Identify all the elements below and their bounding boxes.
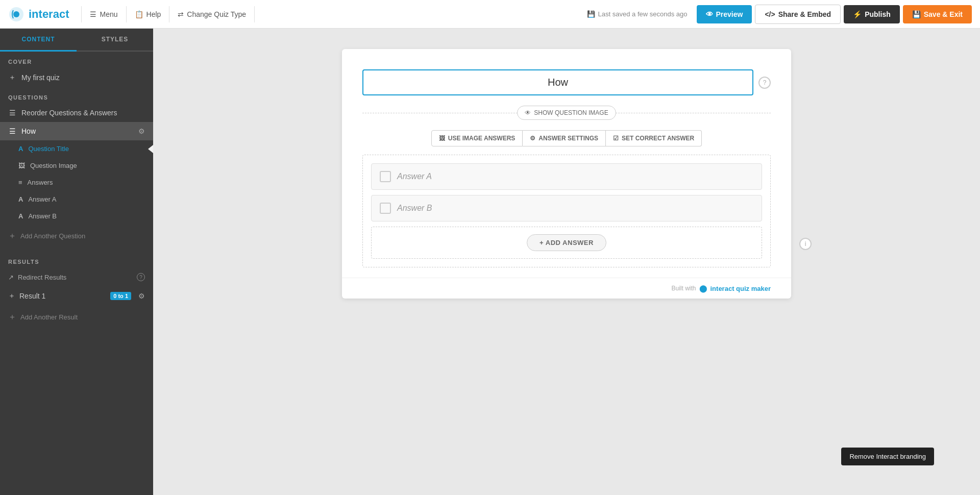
answer-b-checkbox[interactable] [380,203,391,214]
answer-b-row[interactable]: Answer B [371,195,762,221]
result-plus-icon: ＋ [8,291,15,301]
built-with-footer: Built with ⬤ interact quiz maker [342,278,791,299]
answer-controls: 🖼 USE IMAGE ANSWERS ⚙ ANSWER SETTINGS ☑ … [362,130,771,146]
publish-icon: ⚡ [853,10,862,18]
save-exit-button[interactable]: 💾 Save & Exit [903,5,972,23]
subitem-answers[interactable]: ≡ Answers [0,174,153,191]
check-icon: ☑ [613,135,619,142]
add-question-plus-icon: ＋ [8,231,16,241]
result-1-item[interactable]: ＋ Result 1 0 to 1 ⚙ [0,286,153,306]
menu-icon: ☰ [90,10,96,18]
tab-content[interactable]: CONTENT [0,29,77,52]
external-link-icon: ↗ [8,274,14,281]
help-icon: 📋 [135,10,143,18]
results-section-header: RESULTS [0,252,153,268]
answer-settings-button[interactable]: ⚙ ANSWER SETTINGS [523,130,606,146]
answer-b-icon: A [18,212,23,220]
question-title-row: ? [362,69,771,95]
sidebar-tabs: CONTENT STYLES [0,29,153,52]
built-with-text: Built with [671,285,696,292]
save-icon: 💾 [587,10,595,18]
add-answer-area: + ADD ANSWER [371,227,762,259]
set-correct-answer-button[interactable]: ☑ SET CORRECT ANSWER [606,130,702,146]
tab-styles[interactable]: STYLES [77,29,153,52]
right-info-icon[interactable]: i [799,238,812,250]
remove-branding-tooltip: Remove Interact branding [841,448,934,465]
subitem-question-title[interactable]: A Question Title [0,140,153,157]
interact-logo-icon: ⬤ [699,284,707,292]
built-with-logo: interact quiz maker [710,285,771,292]
add-answer-button[interactable]: + ADD ANSWER [527,234,606,251]
show-question-image-button[interactable]: 👁 SHOW QUESTION IMAGE [517,106,616,120]
reorder-item[interactable]: ☰ Reorder Questions & Answers [0,104,153,122]
add-result-plus-icon: ＋ [8,312,16,323]
show-image-row: 👁 SHOW QUESTION IMAGE [362,106,771,120]
question-icon: ☰ [8,127,16,135]
subitem-answer-b[interactable]: A Answer B [0,208,153,225]
answers-icon: ≡ [18,179,22,186]
add-result-button[interactable]: ＋ Add Another Result [0,306,153,329]
answer-b-text: Answer B [397,204,432,213]
subitem-answer-a[interactable]: A Answer A [0,191,153,208]
save-status: 💾 Last saved a few seconds ago [587,10,688,18]
answer-a-checkbox[interactable] [380,171,391,182]
menu-button[interactable]: ☰ Menu [81,6,126,22]
result-gear-button[interactable]: ⚙ [138,292,145,300]
help-button[interactable]: 📋 Help [127,6,170,22]
settings-icon: ⚙ [530,135,535,142]
result-range-badge: 0 to 1 [110,292,131,300]
top-nav: interact ☰ Menu 📋 Help ⇄ Change Quiz Typ… [0,0,980,29]
save-exit-icon: 💾 [912,10,921,18]
change-quiz-type-button[interactable]: ⇄ Change Quiz Type [169,6,255,22]
subitem-question-image[interactable]: 🖼 Question Image [0,157,153,174]
plus-icon: ＋ [8,73,16,82]
logo: interact [8,6,69,22]
image-icon: 🖼 [18,162,25,169]
quiz-card: ? 👁 SHOW QUESTION IMAGE 🖼 USE IMAGE ANSW… [342,49,791,299]
logo-text: interact [29,8,69,21]
questions-section-header: QUESTIONS [0,87,153,104]
results-section: RESULTS ↗ Redirect Results ? ＋ Result 1 … [0,252,153,329]
svg-point-1 [13,11,19,17]
change-type-icon: ⇄ [178,10,184,18]
cover-item[interactable]: ＋ My first quiz [0,68,153,87]
redirect-results-item[interactable]: ↗ Redirect Results ? [0,268,153,286]
question-item[interactable]: ☰ How ⚙ [0,122,153,140]
share-embed-button[interactable]: </> Share & Embed [755,5,841,24]
content-area: ? 👁 SHOW QUESTION IMAGE 🖼 USE IMAGE ANSW… [153,29,980,495]
cover-section-header: COVER [0,52,153,68]
preview-icon: 👁 [706,10,713,18]
main-layout: CONTENT STYLES COVER ＋ My first quiz QUE… [0,29,980,495]
image-answers-icon: 🖼 [439,135,445,142]
share-icon: </> [765,10,775,18]
use-image-answers-button[interactable]: 🖼 USE IMAGE ANSWERS [431,130,523,146]
eye-icon: 👁 [525,109,531,116]
question-help-icon[interactable]: ? [758,77,771,89]
answers-container: Answer A Answer B + ADD ANSWER [362,155,771,267]
add-question-button[interactable]: ＋ Add Another Question [0,225,153,247]
preview-button[interactable]: 👁 Preview [697,5,752,23]
question-gear-button[interactable]: ⚙ [138,127,145,135]
redirect-help-icon[interactable]: ? [137,273,145,281]
question-title-input[interactable] [362,69,753,95]
question-title-icon: A [18,145,23,153]
answer-a-row[interactable]: Answer A [371,163,762,190]
answer-a-text: Answer A [397,172,432,181]
answer-a-icon: A [18,195,23,203]
reorder-icon: ☰ [8,109,16,117]
publish-button[interactable]: ⚡ Publish [844,5,900,23]
sidebar: CONTENT STYLES COVER ＋ My first quiz QUE… [0,29,153,495]
